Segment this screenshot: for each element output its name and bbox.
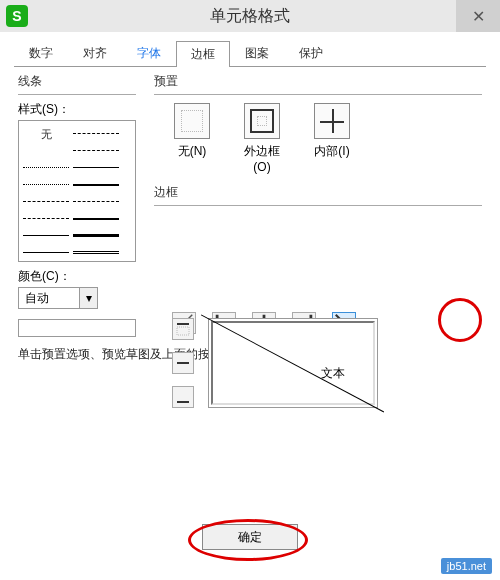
preset-outer-label: 外边框(O): [238, 143, 286, 174]
preset-outer-icon: [244, 103, 280, 139]
style-label: 样式(S)：: [18, 101, 136, 118]
close-button[interactable]: ✕: [456, 0, 500, 32]
watermark: jb51.net: [441, 558, 492, 574]
style-thin[interactable]: [73, 167, 119, 168]
tab-pattern[interactable]: 图案: [230, 40, 284, 66]
sample-text: 文本: [321, 365, 345, 382]
svg-rect-1: [177, 327, 189, 335]
style-meddash[interactable]: [73, 201, 119, 202]
titlebar: S 单元格格式 ✕: [0, 0, 500, 32]
tab-font[interactable]: 字体: [122, 40, 176, 66]
line-group: 线条 样式(S)： 无 颜色(C)： 自动 ▾: [18, 71, 136, 337]
border-preview[interactable]: 文本: [208, 318, 378, 408]
style-dash3[interactable]: [23, 218, 69, 219]
app-icon: S: [6, 5, 28, 27]
dialog-title: 单元格格式: [210, 6, 290, 27]
border-edit-area: 文本: [154, 312, 482, 334]
border-bottom-button[interactable]: [172, 386, 194, 408]
color-label: 颜色(C)：: [18, 268, 136, 285]
preset-inner[interactable]: 内部(I): [308, 103, 356, 174]
tab-protect[interactable]: 保护: [284, 40, 338, 66]
preset-group-label: 预置: [154, 71, 482, 92]
style-dashdot[interactable]: [73, 150, 119, 151]
preset-row: 无(N) 外边框(O) 内部(I): [154, 103, 482, 174]
preset-inner-label: 内部(I): [308, 143, 356, 160]
style-thin2[interactable]: [23, 235, 69, 236]
style-med2[interactable]: [73, 218, 119, 220]
style-thin3[interactable]: [23, 252, 69, 253]
svg-rect-2: [177, 362, 189, 364]
content-area: 线条 样式(S)： 无 颜色(C)： 自动 ▾ 预置 无(N): [0, 67, 500, 337]
style-med[interactable]: [73, 184, 119, 186]
color-preview: [18, 319, 136, 337]
svg-rect-0: [177, 323, 189, 325]
line-group-label: 线条: [18, 71, 136, 92]
diagonal-line-icon: [201, 314, 384, 412]
tab-strip: 数字 对齐 字体 边框 图案 保护: [14, 40, 486, 67]
border-top-button[interactable]: [172, 318, 194, 340]
preset-inner-icon: [314, 103, 350, 139]
style-dot[interactable]: [23, 167, 69, 168]
line-style-list[interactable]: 无: [18, 120, 136, 262]
style-double[interactable]: [73, 251, 119, 254]
preset-none[interactable]: 无(N): [168, 103, 216, 174]
preset-outer[interactable]: 外边框(O): [238, 103, 286, 174]
color-dropdown-icon[interactable]: ▾: [80, 287, 98, 309]
border-group-label: 边框: [154, 182, 482, 203]
annotation-circle-diag: [438, 298, 482, 342]
annotation-circle-ok: [188, 519, 308, 561]
style-dash[interactable]: [73, 133, 119, 134]
preset-none-label: 无(N): [168, 143, 216, 160]
color-combo[interactable]: 自动 ▾: [18, 287, 136, 309]
style-thick[interactable]: [73, 234, 119, 237]
style-dash2[interactable]: [23, 201, 69, 202]
color-value: 自动: [18, 287, 80, 309]
svg-rect-3: [177, 401, 189, 403]
preset-none-icon: [174, 103, 210, 139]
style-dot2[interactable]: [23, 184, 69, 185]
tab-border[interactable]: 边框: [176, 41, 230, 67]
style-none[interactable]: 无: [23, 127, 69, 141]
tab-align[interactable]: 对齐: [68, 40, 122, 66]
border-mid-h-button[interactable]: [172, 352, 194, 374]
tab-number[interactable]: 数字: [14, 40, 68, 66]
